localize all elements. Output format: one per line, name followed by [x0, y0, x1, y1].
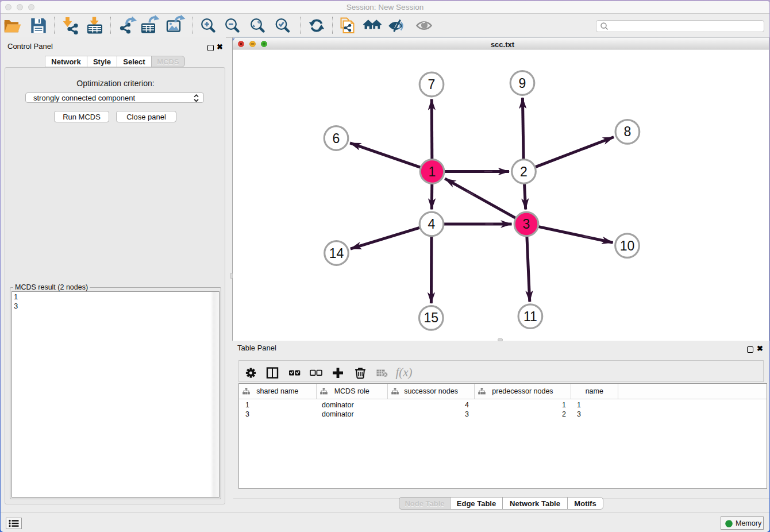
svg-text:f(x): f(x)	[395, 365, 412, 379]
svg-text:2: 2	[520, 164, 528, 179]
svg-text:4: 4	[428, 217, 436, 232]
svg-text:14: 14	[329, 246, 344, 261]
svg-text:11: 11	[523, 309, 537, 324]
svg-text:1: 1	[429, 164, 436, 179]
svg-text:3: 3	[523, 217, 530, 232]
svg-text:8: 8	[624, 124, 632, 139]
svg-text:6: 6	[333, 131, 340, 146]
svg-text:10: 10	[620, 238, 635, 253]
svg-text:9: 9	[519, 76, 526, 91]
svg-text:15: 15	[424, 310, 439, 325]
svg-text:7: 7	[428, 77, 436, 92]
